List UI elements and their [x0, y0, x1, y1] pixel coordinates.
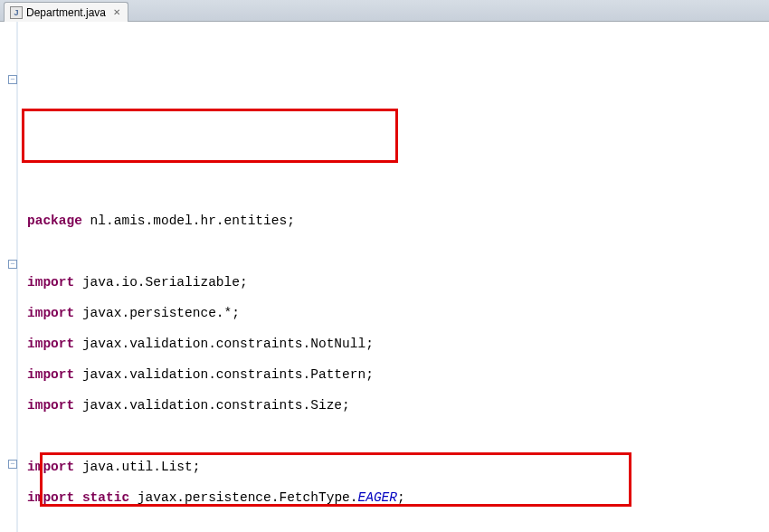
- keyword: import: [27, 275, 74, 290]
- fold-toggle-icon[interactable]: −: [8, 460, 17, 469]
- code-text: java.io.Serializable;: [74, 275, 247, 290]
- fold-toggle-icon[interactable]: −: [8, 260, 17, 269]
- code-text: javax.persistence.*;: [74, 306, 240, 320]
- fold-toggle-icon[interactable]: −: [8, 75, 17, 84]
- code-text: javax.validation.constraints.Size;: [74, 398, 350, 413]
- static-field: EAGER: [357, 490, 397, 505]
- code-text: ;: [397, 490, 405, 505]
- code-text: java.util.List;: [74, 460, 200, 474]
- keyword: import: [27, 398, 74, 413]
- close-icon[interactable]: ✕: [111, 7, 122, 18]
- code-editor[interactable]: − − − package nl.amis.model.hr.entities;…: [0, 22, 769, 532]
- keyword: import: [27, 490, 74, 505]
- keyword: import: [27, 460, 74, 474]
- code-text: javax.persistence.FetchType.: [129, 490, 357, 505]
- keyword: package: [27, 214, 82, 228]
- gutter: [0, 22, 18, 532]
- file-tab[interactable]: J Department.java ✕: [4, 2, 128, 22]
- editor-tab-bar: J Department.java ✕: [0, 0, 769, 22]
- code-area[interactable]: package nl.amis.model.hr.entities; impor…: [27, 198, 769, 532]
- highlight-box-imports: [22, 109, 398, 163]
- code-text: nl.amis.model.hr.entities;: [82, 214, 295, 228]
- keyword: import: [27, 306, 74, 320]
- keyword: import: [27, 337, 74, 351]
- tab-label: Department.java: [26, 6, 106, 19]
- keyword: import: [27, 367, 74, 382]
- code-text: javax.validation.constraints.Pattern;: [74, 367, 374, 382]
- java-file-icon: J: [10, 6, 23, 19]
- code-text: javax.validation.constraints.NotNull;: [74, 337, 374, 351]
- code-text: [74, 490, 82, 505]
- keyword: static: [82, 490, 129, 505]
